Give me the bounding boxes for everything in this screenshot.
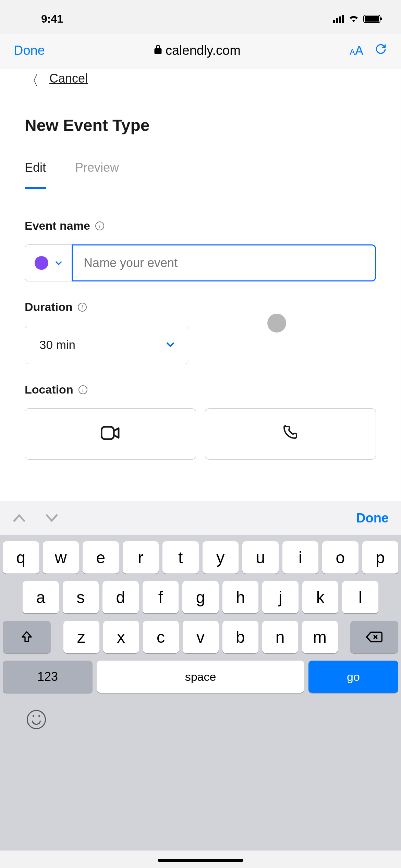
- key-n[interactable]: n: [262, 621, 298, 653]
- key-u[interactable]: u: [242, 541, 279, 574]
- battery-icon: [363, 15, 380, 23]
- video-icon: [101, 424, 120, 444]
- url-display[interactable]: calendly.com: [154, 43, 241, 58]
- page-title: New Event Type: [25, 116, 376, 135]
- prev-field-button[interactable]: [12, 510, 26, 526]
- url-text: calendly.com: [166, 43, 241, 58]
- duration-label: Duration i: [25, 300, 376, 314]
- browser-actions: AA: [350, 43, 387, 59]
- info-icon[interactable]: i: [78, 385, 87, 394]
- event-name-input[interactable]: [72, 244, 376, 281]
- form-nav-arrows: [12, 510, 59, 526]
- keyboard-row-1: q w e r t y u i o p: [3, 541, 398, 574]
- phone-icon: [282, 424, 299, 444]
- keyboard-done-button[interactable]: Done: [356, 511, 389, 526]
- location-section: Location i: [25, 383, 376, 460]
- key-o[interactable]: o: [322, 541, 359, 574]
- keyboard: q w e r t y u i o p a s d f g h j k l z …: [0, 535, 401, 851]
- info-icon[interactable]: i: [78, 303, 87, 312]
- chevron-left-icon: 〈: [25, 71, 39, 90]
- info-icon[interactable]: i: [95, 221, 104, 230]
- svg-rect-0: [101, 427, 114, 439]
- browser-done-button[interactable]: Done: [14, 43, 45, 58]
- duration-value: 30 min: [39, 338, 75, 352]
- key-g[interactable]: g: [182, 581, 219, 613]
- browser-toolbar: Done calendly.com AA: [0, 34, 401, 69]
- duration-select[interactable]: 30 min: [25, 326, 189, 364]
- key-shift[interactable]: [3, 621, 51, 653]
- chevron-down-icon: [55, 258, 62, 268]
- color-select[interactable]: [25, 244, 72, 281]
- tab-edit[interactable]: Edit: [25, 160, 46, 175]
- location-label: Location i: [25, 383, 376, 396]
- key-f[interactable]: f: [143, 581, 179, 613]
- lock-icon: [154, 44, 162, 57]
- key-t[interactable]: t: [162, 541, 199, 574]
- key-d[interactable]: d: [102, 581, 139, 613]
- home-indicator[interactable]: [158, 859, 243, 862]
- keyboard-row-3: z x c v b n m: [3, 621, 398, 653]
- key-backspace[interactable]: [350, 621, 398, 653]
- status-bar: 9:41: [0, 0, 401, 34]
- key-h[interactable]: h: [222, 581, 259, 613]
- status-time: 9:41: [41, 13, 63, 25]
- keyboard-row-5: [3, 693, 398, 729]
- cancel-nav[interactable]: 〈 Cancel: [25, 69, 376, 90]
- key-i[interactable]: i: [282, 541, 319, 574]
- key-v[interactable]: v: [183, 621, 219, 653]
- page-body: 〈 Cancel New Event Type Edit Preview Eve…: [0, 69, 401, 501]
- key-go[interactable]: go: [308, 661, 398, 693]
- chevron-down-icon: [166, 340, 174, 350]
- key-x[interactable]: x: [103, 621, 139, 653]
- key-r[interactable]: r: [123, 541, 159, 574]
- color-swatch: [35, 256, 48, 270]
- key-s[interactable]: s: [63, 581, 99, 613]
- key-q[interactable]: q: [3, 541, 39, 574]
- key-k[interactable]: k: [302, 581, 339, 613]
- key-j[interactable]: j: [262, 581, 299, 613]
- tabs: Edit Preview: [0, 160, 401, 188]
- key-y[interactable]: y: [203, 541, 239, 574]
- event-name-section: Event name i: [25, 219, 376, 281]
- refresh-button[interactable]: [374, 43, 387, 59]
- location-options: [25, 408, 376, 460]
- event-name-label: Event name i: [25, 219, 376, 232]
- next-field-button[interactable]: [45, 510, 59, 526]
- tab-preview[interactable]: Preview: [75, 160, 119, 175]
- location-phone-option[interactable]: [205, 408, 376, 460]
- emoji-key[interactable]: [27, 710, 46, 729]
- keyboard-row-4: 123 space go: [3, 661, 398, 693]
- key-space[interactable]: space: [97, 661, 304, 693]
- keyboard-row-2: a s d f g h j k l: [3, 581, 398, 613]
- key-e[interactable]: e: [83, 541, 119, 574]
- key-123[interactable]: 123: [3, 661, 93, 693]
- key-c[interactable]: c: [143, 621, 179, 653]
- key-m[interactable]: m: [302, 621, 338, 653]
- text-cursor-handle[interactable]: [267, 314, 286, 333]
- status-indicators: [333, 13, 380, 25]
- wifi-icon: [348, 13, 359, 25]
- keyboard-accessory-bar: Done: [0, 501, 401, 535]
- text-size-button[interactable]: AA: [350, 44, 363, 58]
- key-p[interactable]: p: [362, 541, 399, 574]
- event-name-row: [25, 244, 376, 281]
- key-b[interactable]: b: [222, 621, 258, 653]
- cellular-signal-icon: [333, 15, 344, 23]
- key-a[interactable]: a: [23, 581, 59, 613]
- location-video-option[interactable]: [25, 408, 196, 460]
- duration-section: Duration i 30 min: [25, 300, 376, 364]
- key-l[interactable]: l: [342, 581, 378, 613]
- key-w[interactable]: w: [43, 541, 79, 574]
- key-z[interactable]: z: [63, 621, 99, 653]
- cancel-link[interactable]: Cancel: [49, 71, 88, 86]
